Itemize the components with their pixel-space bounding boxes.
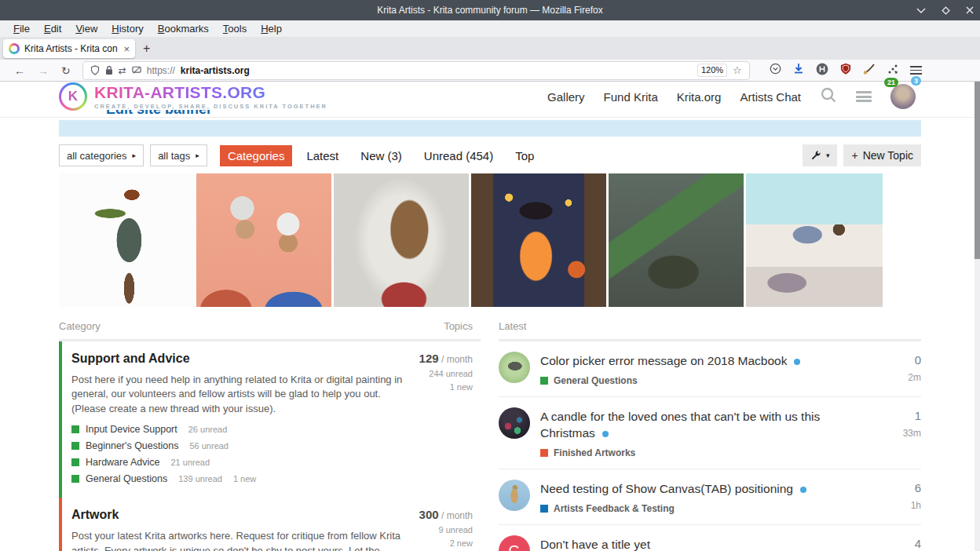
- paintbrush-extension-icon[interactable]: [863, 63, 876, 78]
- banner-image-girl-portrait[interactable]: [334, 173, 469, 307]
- reply-count: 6: [885, 481, 921, 494]
- topic-category-badge[interactable]: General Questions: [540, 375, 875, 386]
- menu-tools[interactable]: Tools: [216, 23, 254, 35]
- menu-file[interactable]: File: [6, 23, 37, 35]
- category-filter-dropdown[interactable]: all categories ▸: [59, 144, 144, 166]
- search-icon[interactable]: [820, 86, 837, 107]
- tab-new[interactable]: New (3): [353, 145, 410, 166]
- extensions-menu-icon[interactable]: [887, 64, 898, 78]
- menu-bar: File Edit View History Bookmarks Tools H…: [0, 20, 980, 38]
- banner-image-mouse-toad-rain[interactable]: [609, 173, 744, 307]
- site-title: KRITA-ARTISTS.ORG: [94, 84, 327, 100]
- category-title[interactable]: Support and Advice: [71, 352, 408, 366]
- maximize-icon[interactable]: [942, 6, 950, 15]
- minimize-icon[interactable]: [916, 7, 926, 13]
- subcategory-input-device-support[interactable]: Input Device Support 26 unread: [71, 424, 408, 435]
- header-divider: [0, 117, 980, 118]
- tab-latest[interactable]: Latest: [298, 145, 346, 166]
- forward-button[interactable]: →: [31, 64, 55, 77]
- pocket-icon[interactable]: [770, 63, 781, 78]
- new-tab-button[interactable]: +: [143, 42, 150, 56]
- topic-filter-bar: all categories ▸ all tags ▸ Categories L…: [59, 144, 921, 166]
- krita-artists-logo-icon: K: [59, 82, 87, 111]
- user-avatar[interactable]: 21 3: [890, 84, 916, 109]
- banner-image-pixel-room[interactable]: [746, 173, 883, 307]
- nav-artists-chat[interactable]: Artists Chat: [740, 90, 801, 104]
- ublock-shield-icon[interactable]: [840, 63, 851, 78]
- url-domain: krita-artists.org: [181, 65, 250, 76]
- firefox-menu-icon[interactable]: [910, 66, 922, 75]
- tracking-shield-icon[interactable]: [90, 65, 100, 75]
- plus-icon: +: [851, 149, 858, 162]
- nav-krita-org[interactable]: Krita.org: [677, 90, 722, 104]
- topic-author-avatar[interactable]: [499, 407, 530, 439]
- notification-badge-blue[interactable]: 3: [911, 76, 921, 86]
- site-favicon: [9, 43, 20, 54]
- address-bar[interactable]: ⇄ https://krita-artists.org 120% ☆: [83, 62, 749, 79]
- account-extension-icon[interactable]: [816, 63, 828, 78]
- topic-title[interactable]: A candle for the loved ones that can't b…: [540, 410, 820, 440]
- reply-count: 1: [885, 409, 921, 422]
- menu-edit[interactable]: Edit: [37, 23, 68, 35]
- back-button[interactable]: ←: [8, 64, 31, 77]
- tab-title: Krita Artists - Krita con: [24, 43, 119, 54]
- unread-dot: [602, 431, 609, 437]
- category-color-square: [71, 425, 79, 433]
- bookmark-star-icon[interactable]: ☆: [733, 64, 742, 76]
- new-topic-button[interactable]: + New Topic: [843, 144, 921, 166]
- banner-image-halloween-witch[interactable]: [471, 173, 606, 307]
- admin-wrench-button[interactable]: ▾: [803, 144, 838, 166]
- tab-top[interactable]: Top: [507, 145, 542, 166]
- notification-badge-green[interactable]: 21: [884, 78, 898, 87]
- lock-icon[interactable]: [105, 65, 113, 75]
- browser-window: Krita Artists - Krita community forum — …: [0, 0, 980, 551]
- category-description: Post your latest Krita artworks here. Re…: [71, 529, 408, 551]
- zoom-level-indicator[interactable]: 120%: [697, 64, 727, 77]
- topic-author-avatar[interactable]: [499, 352, 530, 383]
- last-activity-time: 2m: [885, 372, 921, 383]
- permissions-icon[interactable]: ⇄: [119, 65, 126, 76]
- banner-image-druid-character[interactable]: [59, 173, 194, 307]
- site-logo[interactable]: K KRITA-ARTISTS.ORG CREATE, DEVELOP, SHA…: [59, 82, 327, 111]
- topic-title[interactable]: Need testing of Show Canvas(TAB) positio…: [540, 482, 793, 495]
- wrench-icon: [810, 150, 821, 161]
- reload-button[interactable]: ↻: [55, 64, 77, 77]
- page-scrollbar[interactable]: [975, 82, 980, 551]
- close-window-icon[interactable]: [966, 6, 974, 14]
- clipped-banner-link[interactable]: Edit site banner: [106, 110, 436, 117]
- reply-count: 4: [885, 537, 921, 550]
- screenshare-blocked-icon[interactable]: [132, 66, 141, 75]
- subcategory-beginners-questions[interactable]: Beginner's Questions 56 unread: [71, 440, 408, 451]
- topic-author-avatar[interactable]: G: [499, 535, 530, 551]
- browser-tab[interactable]: Krita Artists - Krita con ×: [3, 39, 135, 58]
- menu-bookmarks[interactable]: Bookmarks: [151, 23, 216, 35]
- downloads-icon[interactable]: [793, 63, 804, 78]
- subcategory-general-questions[interactable]: General Questions 139 unread 1 new: [71, 473, 408, 484]
- topic-title[interactable]: Don't have a title yet: [540, 538, 650, 551]
- topic-category-badge[interactable]: Finished Artworks: [540, 447, 875, 458]
- menu-view[interactable]: View: [68, 23, 104, 35]
- topic-row: G Don't have a title yet Work In Progres…: [499, 525, 921, 551]
- banner-image-elderly-couple[interactable]: [196, 173, 331, 307]
- category-title[interactable]: Artwork: [71, 508, 408, 522]
- tag-filter-dropdown[interactable]: all tags ▸: [150, 144, 207, 166]
- menu-history[interactable]: History: [104, 23, 150, 35]
- url-toolbar: ← → ↻ ⇄ https://krita-artists.org 120% ☆: [0, 60, 980, 82]
- topic-title[interactable]: Color picker error message on 2018 Macbo…: [540, 354, 787, 367]
- site-tagline: CREATE, DEVELOP, SHARE, DISCUSS KRITA TO…: [94, 103, 327, 110]
- category-stats: 129 / month 244 unread 1 new: [413, 352, 481, 490]
- topic-category-badge[interactable]: Artists Feedback & Testing: [540, 503, 875, 514]
- tab-close-icon[interactable]: ×: [123, 43, 130, 55]
- tab-categories[interactable]: Categories: [220, 145, 293, 166]
- scrollbar-thumb[interactable]: [975, 82, 980, 259]
- subcategory-hardware-advice[interactable]: Hardware Advice 21 unread: [71, 457, 408, 468]
- sidebar-hamburger-icon[interactable]: [856, 91, 872, 102]
- column-header-latest: Latest: [499, 320, 526, 332]
- nav-gallery[interactable]: Gallery: [547, 90, 585, 104]
- last-activity-time: 33m: [885, 428, 921, 439]
- topic-author-avatar[interactable]: [499, 480, 530, 511]
- tab-unread[interactable]: Unread (454): [416, 145, 501, 166]
- nav-fund-krita[interactable]: Fund Krita: [604, 90, 658, 104]
- menu-help[interactable]: Help: [254, 23, 289, 35]
- window-titlebar: Krita Artists - Krita community forum — …: [0, 0, 980, 20]
